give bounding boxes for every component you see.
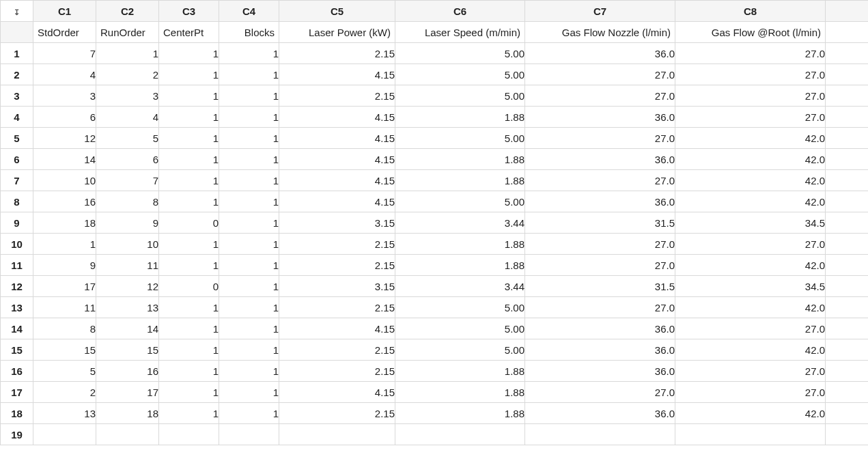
column-header-c7[interactable]: C7 [525,1,675,22]
cell-r8-c4[interactable]: 1 [219,191,279,212]
column-name-blocks[interactable]: Blocks [219,22,279,43]
column-name-centerpt[interactable]: CenterPt [159,22,219,43]
cell-r6-c4[interactable]: 1 [219,149,279,170]
cell-empty[interactable] [826,318,869,339]
cell-r15-c5[interactable]: 2.15 [279,339,395,361]
cell-r18-c4[interactable]: 1 [219,403,279,424]
cell-r16-c8[interactable]: 27.0 [675,361,826,382]
cell-empty[interactable] [826,255,869,276]
cell-empty[interactable] [826,276,869,297]
cell-r9-c2[interactable]: 9 [96,212,159,234]
cell-r1-c3[interactable]: 1 [159,43,219,64]
row-header-blank[interactable] [1,22,33,43]
cell-empty[interactable] [675,424,826,445]
cell-r14-c3[interactable]: 1 [159,318,219,339]
cell-r13-c5[interactable]: 2.15 [279,297,395,318]
cell-r15-c3[interactable]: 1 [159,339,219,361]
row-header-17[interactable]: 17 [1,382,33,403]
cell-r8-c7[interactable]: 36.0 [525,191,675,212]
cell-r7-c7[interactable]: 27.0 [525,170,675,191]
row-header-6[interactable]: 6 [1,149,33,170]
column-name-empty[interactable] [826,22,869,43]
cell-r7-c3[interactable]: 1 [159,170,219,191]
cell-r6-c7[interactable]: 36.0 [525,149,675,170]
cell-r5-c1[interactable]: 12 [33,128,96,149]
cell-r14-c8[interactable]: 27.0 [675,318,826,339]
cell-r1-c2[interactable]: 1 [96,43,159,64]
cell-r16-c1[interactable]: 5 [33,361,96,382]
column-header-c2[interactable]: C2 [96,1,159,22]
cell-r13-c6[interactable]: 5.00 [395,297,525,318]
cell-empty[interactable] [826,361,869,382]
cell-r18-c3[interactable]: 1 [159,403,219,424]
cell-r3-c1[interactable]: 3 [33,85,96,107]
cell-r3-c6[interactable]: 5.00 [395,85,525,107]
cell-r18-c7[interactable]: 36.0 [525,403,675,424]
cell-r7-c8[interactable]: 42.0 [675,170,826,191]
cell-r3-c3[interactable]: 1 [159,85,219,107]
cell-empty[interactable] [395,424,525,445]
cell-r12-c8[interactable]: 34.5 [675,276,826,297]
row-header-15[interactable]: 15 [1,339,33,361]
cell-empty[interactable] [826,43,869,64]
row-header-5[interactable]: 5 [1,128,33,149]
cell-r5-c4[interactable]: 1 [219,128,279,149]
cell-r6-c5[interactable]: 4.15 [279,149,395,170]
cell-r11-c5[interactable]: 2.15 [279,255,395,276]
row-header-10[interactable]: 10 [1,234,33,255]
row-header-12[interactable]: 12 [1,276,33,297]
cell-r5-c8[interactable]: 42.0 [675,128,826,149]
column-name-gasflownozzle[interactable]: Gas Flow Nozzle (l/min) [525,22,675,43]
cell-empty[interactable] [159,424,219,445]
cell-r5-c2[interactable]: 5 [96,128,159,149]
row-header-18[interactable]: 18 [1,403,33,424]
cell-r2-c4[interactable]: 1 [219,64,279,85]
cell-r15-c4[interactable]: 1 [219,339,279,361]
cell-r14-c2[interactable]: 14 [96,318,159,339]
cell-r11-c2[interactable]: 11 [96,255,159,276]
cell-r16-c7[interactable]: 36.0 [525,361,675,382]
cell-r6-c1[interactable]: 14 [33,149,96,170]
cell-r7-c4[interactable]: 1 [219,170,279,191]
cell-r8-c8[interactable]: 42.0 [675,191,826,212]
cell-r16-c3[interactable]: 1 [159,361,219,382]
cell-r3-c5[interactable]: 2.15 [279,85,395,107]
cell-r18-c8[interactable]: 42.0 [675,403,826,424]
cell-r13-c3[interactable]: 1 [159,297,219,318]
cell-r13-c1[interactable]: 11 [33,297,96,318]
column-name-runorder[interactable]: RunOrder [96,22,159,43]
cell-r6-c3[interactable]: 1 [159,149,219,170]
cell-r9-c4[interactable]: 1 [219,212,279,234]
cell-r1-c6[interactable]: 5.00 [395,43,525,64]
cell-r13-c2[interactable]: 13 [96,297,159,318]
cell-empty[interactable] [826,382,869,403]
cell-empty[interactable] [219,424,279,445]
cell-r8-c6[interactable]: 5.00 [395,191,525,212]
cell-empty[interactable] [826,170,869,191]
cell-r15-c8[interactable]: 42.0 [675,339,826,361]
cell-empty[interactable] [826,424,869,445]
cell-r9-c6[interactable]: 3.44 [395,212,525,234]
cell-r2-c3[interactable]: 1 [159,64,219,85]
cell-empty[interactable] [826,339,869,361]
cell-r1-c5[interactable]: 2.15 [279,43,395,64]
cell-r12-c3[interactable]: 0 [159,276,219,297]
cell-r6-c6[interactable]: 1.88 [395,149,525,170]
cell-r17-c2[interactable]: 17 [96,382,159,403]
column-header-empty[interactable] [826,1,869,22]
cell-r7-c5[interactable]: 4.15 [279,170,395,191]
cell-r6-c2[interactable]: 6 [96,149,159,170]
cell-r11-c8[interactable]: 42.0 [675,255,826,276]
cell-r14-c5[interactable]: 4.15 [279,318,395,339]
cell-empty[interactable] [96,424,159,445]
row-header-4[interactable]: 4 [1,107,33,128]
cell-r2-c1[interactable]: 4 [33,64,96,85]
cell-r14-c6[interactable]: 5.00 [395,318,525,339]
column-header-c3[interactable]: C3 [159,1,219,22]
cell-r10-c6[interactable]: 1.88 [395,234,525,255]
row-header-1[interactable]: 1 [1,43,33,64]
cell-empty[interactable] [279,424,395,445]
row-header-19[interactable]: 19 [1,424,33,445]
cell-r17-c1[interactable]: 2 [33,382,96,403]
cell-r10-c4[interactable]: 1 [219,234,279,255]
